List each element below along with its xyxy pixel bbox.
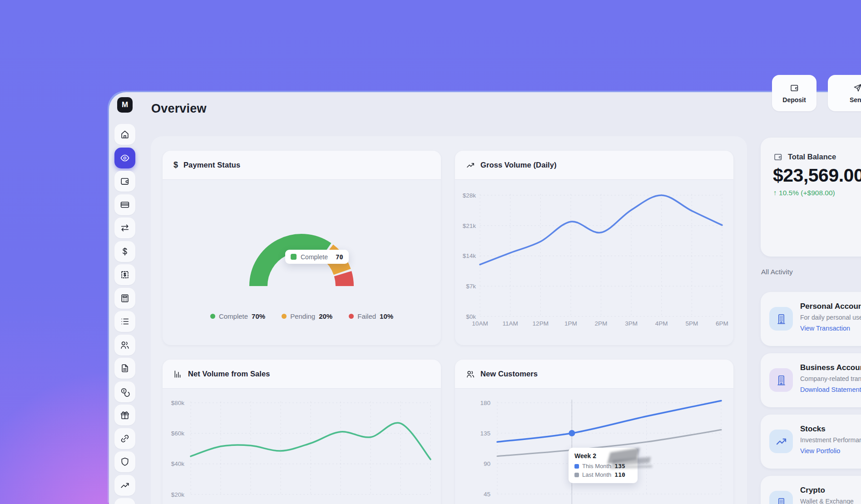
sidebar-item-list[interactable] <box>114 311 135 332</box>
y-tick-label: $14k <box>463 252 476 259</box>
payment-status-title: Payment Status <box>183 161 240 169</box>
send-button[interactable]: Send <box>828 75 861 111</box>
activity-card-business-account: Business Account Company-related transac… <box>761 353 861 407</box>
activity-link[interactable]: Download Statement <box>800 386 861 393</box>
app-logo: M <box>117 97 133 113</box>
paper-plane-icon <box>853 83 861 93</box>
sidebar-item-transfers[interactable] <box>114 217 135 238</box>
gift-icon <box>120 410 130 420</box>
legend-item-failed: Failed 10% <box>349 312 393 320</box>
x-tick-label: 4PM <box>655 320 668 327</box>
activity-link[interactable]: View Transaction <box>800 325 850 332</box>
sidebar-item-link[interactable] <box>114 428 135 449</box>
highlight-dot <box>569 430 575 436</box>
total-balance-row: Total Balance <box>773 152 836 162</box>
legend-label: Complete <box>219 312 248 320</box>
legend-dot <box>349 314 354 319</box>
x-tick-label: 10AM <box>472 320 488 327</box>
document-icon <box>120 363 130 373</box>
send-label: Send <box>850 96 861 104</box>
wallet-icon <box>773 152 783 162</box>
activity-card-stocks: Stocks Investment PerformanceView Portfo… <box>761 415 861 469</box>
deposit-label: Deposit <box>782 96 806 104</box>
deposit-button[interactable]: Deposit <box>772 75 816 111</box>
sidebar-item-invoice[interactable] <box>114 264 135 285</box>
list-icon <box>120 316 130 326</box>
credit-card-icon <box>120 200 130 210</box>
x-tick-label: 3PM <box>625 320 638 327</box>
y-tick-label: $28k <box>463 192 476 199</box>
payment-status-header: $ Payment Status <box>163 151 441 180</box>
link-icon <box>120 434 130 444</box>
gauge-tooltip-value: 70 <box>336 253 343 261</box>
this-month-swatch <box>574 464 579 469</box>
all-activity-heading: All Activity <box>761 268 793 276</box>
sidebar-item-credit-card[interactable] <box>114 194 135 215</box>
legend-label: Pending <box>290 312 315 320</box>
activity-subtitle: For daily personal use <box>800 314 861 321</box>
y-tick-label: $20k <box>171 491 185 498</box>
sidebar-item-users[interactable] <box>114 335 135 356</box>
net-volume-header: Net Volume from Sales <box>163 360 441 389</box>
wallet-icon <box>790 83 799 93</box>
sidebar-item-eye[interactable] <box>114 148 135 168</box>
sidebar-item-document[interactable] <box>114 358 135 379</box>
gross-volume-card: Gross Volume (Daily) $28k$21k$14k$7k$0k1… <box>455 151 733 345</box>
sidebar-item-coins[interactable] <box>114 381 135 402</box>
y-tick-label: $80k <box>171 400 185 406</box>
gross-volume-chart: $28k$21k$14k$7k$0k10AM11AM12PM1PM2PM3PM4… <box>455 151 733 345</box>
activity-link[interactable]: View Portfolio <box>800 447 840 455</box>
x-tick-label: 6PM <box>716 320 728 327</box>
legend-dot <box>210 314 215 319</box>
legend-value: 10% <box>380 312 393 320</box>
y-tick-label: $60k <box>171 430 185 437</box>
bar-chart-icon <box>173 370 183 379</box>
activity-card-personal-account: Personal Account For daily personal useV… <box>761 292 861 346</box>
sidebar-item-home[interactable] <box>114 124 135 145</box>
y-tick-label: 180 <box>480 400 490 406</box>
coins-icon <box>120 387 130 397</box>
sidebar-item-shield[interactable] <box>114 451 135 472</box>
complete-swatch <box>291 254 297 260</box>
sidebar-item-trending-up[interactable] <box>114 475 135 496</box>
mouse-cursor-blur <box>605 447 659 474</box>
activity-subtitle: Investment Performance <box>800 436 861 444</box>
gauge-tooltip: Complete 70 <box>285 250 349 264</box>
screen: { "app": { "logo_letter": "M", "title": … <box>0 0 861 504</box>
y-tick-label: 135 <box>480 430 490 437</box>
y-tick-label: 90 <box>484 460 490 467</box>
sidebar-item-calculator[interactable] <box>114 288 135 309</box>
gauge-segment-failed <box>343 274 345 286</box>
activity-title: Personal Account <box>800 302 861 311</box>
last-month-swatch <box>574 473 579 477</box>
gauge-tooltip-label: Complete <box>301 253 328 261</box>
sidebar-item-wallet[interactable] <box>114 171 135 192</box>
net-volume-card: Net Volume from Sales $80k$60k$40k$20k <box>163 360 441 504</box>
total-balance-label: Total Balance <box>788 153 836 161</box>
users-icon <box>120 340 130 350</box>
users-icon <box>466 370 475 379</box>
wallet-icon <box>120 176 130 186</box>
series-net-volume <box>191 423 430 459</box>
activity-title: Business Account <box>800 363 861 372</box>
gross-volume-header: Gross Volume (Daily) <box>455 151 733 180</box>
sidebar-item-gift[interactable] <box>114 405 135 425</box>
new-customers-header: New Customers <box>455 360 733 389</box>
y-tick-label: 45 <box>484 491 490 498</box>
trending-up-icon <box>466 161 475 170</box>
trend-icon <box>769 430 793 453</box>
activity-subtitle: Wallet & Exchange <box>800 498 854 504</box>
home-icon <box>120 129 130 139</box>
activity-card-crypto: Crypto Wallet & Exchange <box>761 476 861 504</box>
net-volume-title: Net Volume from Sales <box>188 370 270 378</box>
content-area: $ Payment Status Complete 70 Complete 70… <box>151 136 747 504</box>
sidebar-item-dollar[interactable] <box>114 241 135 262</box>
eye-icon <box>120 153 130 163</box>
sidebar-item-device[interactable] <box>114 498 135 504</box>
x-tick-label: 11AM <box>502 320 518 327</box>
legend-label: Failed <box>357 312 376 320</box>
y-tick-label: $0k <box>466 313 476 320</box>
calculator-icon <box>120 293 130 303</box>
balance-change: ↑ 10.5% (+$908.00) <box>773 189 835 197</box>
dollar-icon: $ <box>173 160 178 170</box>
